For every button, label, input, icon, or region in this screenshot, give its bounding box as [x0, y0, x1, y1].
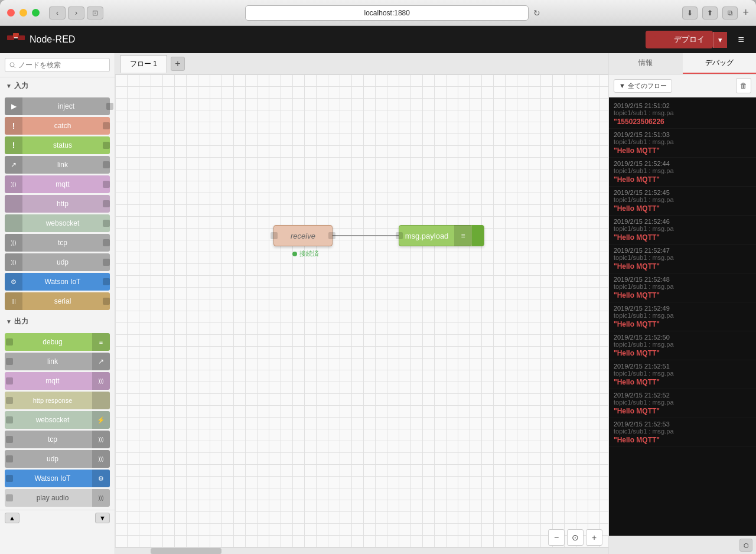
node-item-udp-in[interactable]: ))) udp: [5, 253, 110, 271]
minimize-button[interactable]: [19, 9, 27, 17]
deploy-button[interactable]: デプロイ: [646, 31, 713, 48]
debug-timestamp: 2019/2/15 21:52:53: [614, 421, 751, 428]
debug-topic: topic1/sub1 : msg.pa: [614, 428, 751, 435]
view-button[interactable]: ⊡: [87, 6, 103, 19]
debug-entry: 2019/2/15 21:52:52 topic1/sub1 : msg.pa …: [609, 389, 756, 418]
right-panel-tabs: 情報 デバッグ: [609, 53, 756, 74]
menu-button[interactable]: ≡: [733, 31, 749, 48]
node-item-play-audio[interactable]: play audio ))): [5, 489, 110, 507]
debug-value: "Hello MQTT": [614, 233, 751, 242]
maximize-button[interactable]: [32, 9, 40, 17]
debug-timestamp: 2019/2/15 21:52:47: [614, 247, 751, 254]
debug-value: "155023506226: [614, 118, 751, 126]
scrollbar-thumb[interactable]: [151, 548, 221, 554]
address-bar: ↻: [245, 5, 540, 21]
debug-timestamp: 2019/2/15 21:52:51: [614, 363, 751, 370]
node-tcp-out-label: tcp: [13, 435, 92, 444]
node-item-inject[interactable]: ▶ inject: [5, 97, 110, 115]
receive-status: 接続済: [292, 249, 319, 258]
node-item-debug[interactable]: debug ≡: [5, 333, 110, 351]
debug-entry: 2019/2/15 21:52:53 topic1/sub1 : msg.pa …: [609, 418, 756, 447]
node-item-websocket-in[interactable]: websocket: [5, 214, 110, 232]
canvas-toolbar: − ⊙ +: [548, 529, 602, 546]
node-item-watson-out[interactable]: Watson IoT ⚙: [5, 470, 110, 487]
node-item-link-in[interactable]: ↗ link: [5, 156, 110, 174]
tab-flow1[interactable]: フロー 1: [120, 55, 167, 73]
node-item-http-response[interactable]: http response: [5, 392, 110, 409]
mac-window-buttons: [7, 9, 40, 17]
node-item-http-in[interactable]: http: [5, 195, 110, 213]
back-button[interactable]: ‹: [49, 6, 66, 19]
debug-entry: 2019/2/15 21:51:03 topic1/sub1 : msg.pa …: [609, 129, 756, 158]
node-link-in-label: link: [22, 161, 103, 169]
node-item-status[interactable]: ! status: [5, 136, 110, 154]
section-input-header[interactable]: ▼ 入力: [0, 77, 115, 94]
flow-node-receive[interactable]: receive: [273, 225, 333, 246]
debug-value: "Hello MQTT": [614, 407, 751, 415]
debug-timestamp: 2019/2/15 21:52:46: [614, 218, 751, 225]
flow-connection-svg: [115, 74, 608, 554]
node-item-link-out[interactable]: link ↗: [5, 353, 110, 370]
add-tab-button[interactable]: +: [171, 57, 185, 71]
tab-debug[interactable]: デバッグ: [683, 53, 757, 74]
forward-button[interactable]: ›: [68, 6, 84, 19]
node-udp-out-label: udp: [13, 455, 92, 463]
section-output-header[interactable]: ▼ 出力: [0, 313, 115, 330]
deploy-label: デプロイ: [674, 34, 705, 45]
debug-entry: 2019/2/15 21:52:50 topic1/sub1 : msg.pa …: [609, 331, 756, 360]
debug-value: "Hello MQTT": [614, 349, 751, 357]
canvas-scrollbar-bottom[interactable]: [115, 547, 608, 554]
debug-topic: topic1/sub1 : msg.pa: [614, 312, 751, 319]
filter-button[interactable]: ▼ 全てのフロー: [614, 79, 672, 93]
clear-button[interactable]: 🗑: [736, 78, 751, 93]
main-layout: ▼ 入力 ▶ inject: [0, 53, 756, 554]
sidebar-search: [0, 53, 115, 77]
node-link-out-label: link: [13, 357, 92, 366]
node-item-watson-in[interactable]: ⚙ Watson IoT: [5, 273, 110, 291]
node-inject-label: inject: [22, 102, 110, 110]
debug-topic: topic1/sub1 : msg.pa: [614, 283, 751, 290]
node-item-catch[interactable]: ! catch: [5, 117, 110, 135]
share-icon[interactable]: ⬆: [702, 6, 718, 19]
tab-info[interactable]: 情報: [609, 53, 683, 74]
scroll-down-button[interactable]: ▼: [95, 513, 110, 523]
debug-topic: topic1/sub1 : msg.pa: [614, 399, 751, 406]
node-item-websocket-out[interactable]: websocket ⚡: [5, 411, 110, 429]
tabs-icon[interactable]: ⧉: [722, 6, 738, 19]
debug-value: "Hello MQTT": [614, 175, 751, 184]
panel-expand-button[interactable]: ⬡: [739, 539, 752, 552]
sidebar-footer: ▲ ▼: [0, 510, 115, 526]
flow-node-msg-payload[interactable]: msg.payload ≡: [399, 225, 484, 246]
zoom-in-button[interactable]: +: [586, 529, 602, 546]
nodered-logo: Node-RED: [7, 33, 75, 46]
node-item-tcp-in[interactable]: ))) tcp: [5, 234, 110, 252]
url-input[interactable]: [245, 5, 529, 21]
node-item-udp-out[interactable]: udp ))): [5, 450, 110, 468]
node-status-label: status: [22, 141, 103, 149]
scroll-up-button[interactable]: ▲: [5, 513, 19, 523]
right-panel-toolbar: ▼ 全てのフロー 🗑: [609, 74, 756, 97]
download-icon[interactable]: ⬇: [682, 6, 698, 19]
debug-panel[interactable]: 2019/2/15 21:51:02 topic1/sub1 : msg.pa …: [609, 97, 756, 536]
debug-timestamp: 2019/2/15 21:52:52: [614, 392, 751, 399]
node-item-tcp-out[interactable]: tcp ))): [5, 431, 110, 448]
node-item-mqtt-in[interactable]: ))) mqtt: [5, 175, 110, 193]
reload-button[interactable]: ↻: [533, 8, 540, 18]
node-item-serial-in[interactable]: ||| serial: [5, 292, 110, 310]
debug-topic: topic1/sub1 : msg.pa: [614, 254, 751, 261]
debug-entry: 2019/2/15 21:52:45 topic1/sub1 : msg.pa …: [609, 187, 756, 216]
node-catch-label: catch: [22, 122, 103, 130]
node-item-mqtt-out[interactable]: mqtt ))): [5, 372, 110, 390]
new-tab-button[interactable]: +: [742, 6, 749, 19]
deploy-dropdown-button[interactable]: ▾: [713, 32, 727, 48]
debug-value: "Hello MQTT": [614, 436, 751, 444]
close-button[interactable]: [7, 9, 15, 17]
svg-rect-6: [667, 41, 670, 43]
canvas[interactable]: receive 接続済 msg.payload ≡: [115, 74, 608, 554]
zoom-out-button[interactable]: −: [548, 529, 565, 546]
node-mqtt-in-label: mqtt: [22, 180, 103, 188]
zoom-reset-button[interactable]: ⊙: [567, 529, 584, 546]
deploy-group: デプロイ ▾: [646, 31, 727, 48]
debug-topic: topic1/sub1 : msg.pa: [614, 109, 751, 116]
search-input[interactable]: [5, 58, 110, 72]
